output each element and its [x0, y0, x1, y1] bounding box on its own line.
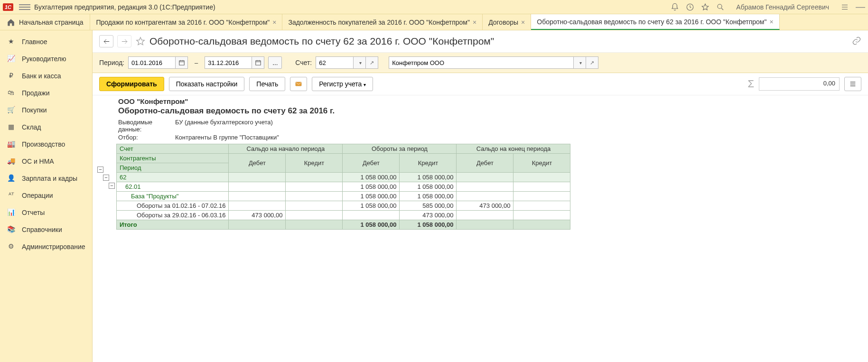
- th-counterparty: Контрагенты: [117, 154, 229, 163]
- tree-toggle[interactable]: −: [97, 167, 103, 173]
- close-icon[interactable]: ×: [521, 19, 525, 26]
- row-value: [286, 173, 343, 182]
- tab-label: Продажи по контрагентам за 2016 г. ООО "…: [96, 19, 270, 26]
- row-value: [457, 211, 513, 220]
- sidebar-icon: 🛍: [7, 89, 15, 97]
- caption-menu-icon[interactable]: [840, 3, 849, 11]
- sidebar-item[interactable]: ★Главное: [0, 33, 92, 50]
- sidebar-item[interactable]: ⚙Администрирование: [0, 238, 92, 255]
- row-value: 1 058 000,00: [343, 182, 400, 192]
- sidebar-label: Операции: [22, 192, 53, 199]
- table-row[interactable]: 62.011 058 000,001 058 000,00: [117, 182, 570, 192]
- home-tab[interactable]: Начальная страница: [0, 14, 90, 30]
- sidebar-item[interactable]: 📊Отчеты: [0, 204, 92, 221]
- show-settings-button[interactable]: Показать настройки: [169, 77, 245, 91]
- more-button[interactable]: [844, 77, 861, 91]
- row-value: 1 058 000,00: [343, 173, 400, 182]
- tab[interactable]: Договоры×: [483, 14, 531, 30]
- org-open-icon[interactable]: ↗: [586, 56, 598, 69]
- sidebar-item[interactable]: 📈Руководителю: [0, 50, 92, 67]
- tab[interactable]: Задолженность покупателей за 2016 г. ООО…: [282, 14, 483, 30]
- star-icon[interactable]: [701, 3, 709, 11]
- home-tab-label: Начальная страница: [19, 19, 83, 26]
- app-title: Бухгалтерия предприятия, редакция 3.0 (1…: [34, 3, 671, 11]
- sidebar-label: Производство: [22, 140, 65, 148]
- total-value: [457, 220, 513, 230]
- row-label: Обороты за 29.02.16 - 06.03.16: [117, 211, 229, 220]
- table-row[interactable]: Обороты за 29.02.16 - 06.03.16473 000,00…: [117, 211, 570, 220]
- close-icon[interactable]: ×: [769, 18, 773, 26]
- sidebar-item[interactable]: 👤Зарплата и кадры: [0, 170, 92, 187]
- home-icon: [7, 18, 15, 27]
- row-value: 473 000,00: [229, 211, 286, 220]
- tab-label: Оборотно-сальдовая ведомость по счету 62…: [537, 18, 766, 26]
- table-row[interactable]: Обороты за 01.02.16 - 07.02.161 058 000,…: [117, 201, 570, 211]
- tree-toggle[interactable]: −: [103, 175, 109, 181]
- forward-button[interactable]: 🡢: [117, 35, 131, 47]
- row-value: 1 058 000,00: [400, 182, 457, 192]
- row-value: [513, 173, 570, 182]
- sidebar-icon: 📊: [7, 208, 15, 217]
- link-icon[interactable]: [852, 36, 861, 47]
- row-value: 585 000,00: [400, 201, 457, 211]
- back-button[interactable]: 🡠: [99, 35, 113, 47]
- sidebar-icon: 📈: [7, 55, 15, 63]
- tab[interactable]: Оборотно-сальдовая ведомость по счету 62…: [531, 14, 779, 30]
- total-value: [286, 220, 343, 230]
- th-account: Счет: [117, 144, 229, 154]
- sidebar-item[interactable]: ᴬᵀОперации: [0, 187, 92, 204]
- calendar-from-icon[interactable]: [176, 56, 188, 69]
- date-to-input[interactable]: [205, 56, 252, 69]
- title-bar: 1C Бухгалтерия предприятия, редакция 3.0…: [0, 0, 868, 14]
- account-dropdown-icon[interactable]: [354, 56, 366, 69]
- sidebar-item[interactable]: ▦Склад: [0, 119, 92, 136]
- account-open-icon[interactable]: ↗: [366, 56, 378, 69]
- sidebar-item[interactable]: 🏭Производство: [0, 136, 92, 153]
- th-end: Сальдо на конец периода: [457, 144, 570, 154]
- table-row[interactable]: База "Продукты"1 058 000,001 058 000,00: [117, 192, 570, 201]
- row-value: [513, 201, 570, 211]
- th-debit: Дебет: [229, 154, 286, 173]
- sidebar-item[interactable]: 🚚ОС и НМА: [0, 153, 92, 170]
- history-icon[interactable]: [686, 3, 694, 11]
- meta1-value: БУ (данные бухгалтерского учета): [175, 119, 273, 133]
- sidebar: ★Главное📈Руководителю₽Банк и касса🛍Прода…: [0, 30, 93, 362]
- org-dropdown-icon[interactable]: [574, 56, 586, 69]
- user-name[interactable]: Абрамов Геннадий Сергеевич: [736, 3, 829, 11]
- row-value: 473 000,00: [400, 211, 457, 220]
- row-value: [286, 211, 343, 220]
- params-bar: Период: – ... Счет: ↗: [93, 53, 868, 73]
- row-label: 62: [117, 173, 229, 182]
- calendar-to-icon[interactable]: [252, 56, 264, 69]
- row-value: [513, 182, 570, 192]
- generate-button[interactable]: Сформировать: [99, 77, 164, 91]
- minimize-icon[interactable]: —: [856, 1, 865, 12]
- sidebar-item[interactable]: 🛍Продажи: [0, 84, 92, 102]
- th-credit: Кредит: [286, 154, 343, 173]
- search-icon[interactable]: [716, 3, 725, 11]
- sidebar-item[interactable]: ₽Банк и касса: [0, 67, 92, 84]
- main-menu-icon[interactable]: [19, 1, 30, 13]
- row-value: [343, 211, 400, 220]
- close-icon[interactable]: ×: [272, 19, 276, 26]
- date-from-input[interactable]: [128, 56, 176, 69]
- sidebar-icon: ▦: [7, 123, 15, 131]
- sidebar-item[interactable]: 📚Справочники: [0, 221, 92, 238]
- th-credit: Кредит: [400, 154, 457, 173]
- bell-icon[interactable]: [671, 3, 679, 11]
- close-icon[interactable]: ×: [473, 19, 476, 26]
- sidebar-label: Банк и касса: [22, 72, 61, 80]
- tree-toggle[interactable]: −: [109, 183, 115, 189]
- org-input[interactable]: [389, 56, 574, 69]
- period-select-button[interactable]: ...: [268, 56, 282, 69]
- report-area: − − − ООО "Конфетпром" Оборотно-сальдова…: [93, 95, 868, 236]
- favorite-star-icon[interactable]: [135, 36, 146, 46]
- tab[interactable]: Продажи по контрагентам за 2016 г. ООО "…: [90, 14, 282, 30]
- svg-point-1: [718, 4, 722, 9]
- sidebar-item[interactable]: 🛒Покупки: [0, 102, 92, 119]
- email-button[interactable]: [290, 77, 307, 91]
- account-input[interactable]: [316, 56, 354, 69]
- print-button[interactable]: Печать: [249, 77, 285, 91]
- table-row[interactable]: 621 058 000,001 058 000,00: [117, 173, 570, 182]
- register-button[interactable]: Регистр учета ▾: [312, 77, 373, 91]
